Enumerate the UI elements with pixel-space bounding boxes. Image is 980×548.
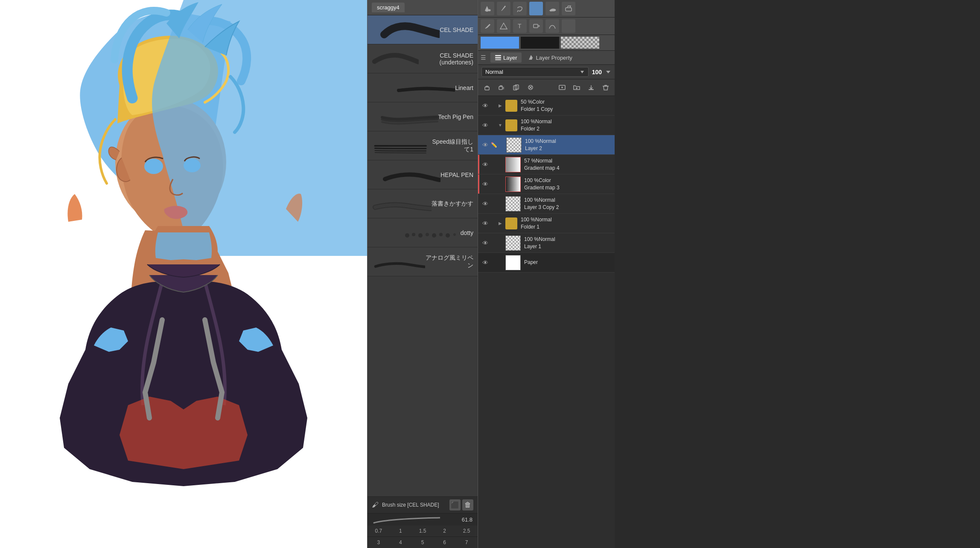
brush-item-2[interactable]: Lineart: [368, 73, 478, 102]
layer-item-gradient-3[interactable]: 👁 100 %Color Gradient map 3: [478, 174, 615, 194]
tab-layer-property[interactable]: Layer Property: [523, 52, 577, 63]
visibility-toggle-4[interactable]: 👁: [481, 180, 490, 189]
layer-property-tab-label: Layer Property: [536, 55, 572, 61]
visibility-toggle-2[interactable]: 👁: [481, 140, 490, 150]
add-layer-icon[interactable]: [556, 81, 569, 94]
layer-item-gradient-4[interactable]: 👁 57 %Normal Gradient map 4: [478, 155, 615, 174]
layer-info-5: 100 %Normal Layer 3 Copy 2: [522, 197, 612, 211]
brush-settings-btn2[interactable]: 🗑: [462, 499, 473, 510]
pen-active-2: ✏️: [490, 140, 498, 150]
svg-rect-20: [495, 57, 501, 58]
layer-thumb-2: [506, 137, 522, 153]
eraser-tool[interactable]: [562, 2, 575, 15]
svg-marker-22: [580, 71, 584, 73]
svg-point-11: [453, 233, 456, 236]
stamp-tool[interactable]: [529, 2, 543, 15]
tab-layer[interactable]: Layer: [490, 52, 522, 63]
blend-mode-value: Normal: [485, 69, 503, 75]
size-4[interactable]: 4: [390, 539, 412, 545]
brush-settings-btn1[interactable]: ⬛: [449, 499, 461, 510]
layer-info-1: 100 %Normal Folder 2: [519, 118, 612, 133]
canvas-area[interactable]: [0, 0, 367, 548]
folder-icon-1: [505, 119, 517, 131]
layer-info-6: 100 %Normal Folder 1: [519, 216, 612, 231]
layer-item-layer-1[interactable]: 👁 100 %Normal Layer 1: [478, 233, 615, 253]
layer-item-layer-2[interactable]: 👁 ✏️ 100 %Normal Layer 2: [478, 135, 615, 155]
layer-actions-row: [478, 79, 615, 96]
brush-item-3[interactable]: Tech Pig Pen: [368, 102, 478, 131]
brush-item-7[interactable]: dotty: [368, 218, 478, 247]
size-0.7[interactable]: 0.7: [368, 528, 390, 534]
visibility-toggle-3[interactable]: 👁: [481, 160, 490, 169]
lasso-tool[interactable]: [513, 2, 527, 15]
shape-tool[interactable]: [497, 19, 510, 33]
size-7[interactable]: 7: [455, 539, 478, 545]
gradient-tool[interactable]: [562, 19, 575, 33]
curve-tool[interactable]: [545, 19, 559, 33]
svg-point-12: [489, 9, 491, 12]
svg-text:T: T: [518, 23, 522, 29]
brush-item-5[interactable]: HEPAL PEN: [368, 160, 478, 189]
brush-tab[interactable]: scraggy4: [372, 3, 405, 12]
brush-size-slider-area[interactable]: 61.8: [368, 513, 478, 525]
svg-marker-16: [500, 23, 507, 29]
expand-6[interactable]: ▶: [497, 219, 504, 228]
clip-icon[interactable]: [510, 81, 522, 94]
visibility-toggle-0[interactable]: 👁: [481, 101, 490, 110]
layer-item-folder-50[interactable]: 👁 ▶ 50 %Color Folder 1 Copy: [478, 96, 615, 116]
background-color-swatch[interactable]: [521, 37, 559, 49]
opacity-arrow[interactable]: [605, 69, 611, 75]
visibility-toggle-6[interactable]: 👁: [481, 219, 490, 228]
visibility-toggle-5[interactable]: 👁: [481, 199, 490, 209]
size-2[interactable]: 2: [434, 528, 456, 534]
layer-name-5: 100 %Normal Layer 3 Copy 2: [524, 197, 612, 211]
size-5[interactable]: 5: [411, 539, 434, 545]
layer-info-8: Paper: [522, 259, 612, 266]
svg-point-3: [184, 159, 201, 172]
foreground-color-swatch[interactable]: [481, 37, 519, 49]
layer-item-layer3copy2[interactable]: 👁 100 %Normal Layer 3 Copy 2: [478, 194, 615, 214]
layer-thumb-4: [505, 177, 521, 192]
size-1[interactable]: 1: [390, 528, 412, 534]
layer-item-folder-1[interactable]: 👁 ▶ 100 %Normal Folder 1: [478, 214, 615, 233]
brush-item-6[interactable]: 落書きかすかす: [368, 189, 478, 218]
brush-panel: scraggy4 CEL SHADE CEL SHADE (undertones…: [367, 0, 478, 548]
brush-item-1[interactable]: CEL SHADE (undertones): [368, 44, 478, 73]
pen-tool[interactable]: [481, 19, 494, 33]
bucket-tool[interactable]: [481, 2, 494, 15]
text-tool[interactable]: T: [513, 19, 527, 33]
size-3[interactable]: 3: [368, 539, 390, 545]
lock-icon[interactable]: [481, 81, 493, 94]
layer-item-folder-100-2[interactable]: 👁 ▼ 100 %Normal Folder 2: [478, 116, 615, 135]
layer-name-3: 57 %Normal Gradient map 4: [524, 157, 612, 172]
visibility-toggle-8[interactable]: 👁: [481, 258, 490, 267]
smudge-tool[interactable]: [545, 2, 559, 15]
layer-tab-label: Layer: [503, 55, 517, 61]
layer-item-paper[interactable]: 👁 Paper: [478, 253, 615, 273]
layer-name-0: 50 %Color Folder 1 Copy: [521, 99, 612, 113]
expand-1[interactable]: ▼: [497, 121, 504, 130]
visibility-toggle-1[interactable]: 👁: [481, 121, 490, 130]
blend-mode-select[interactable]: Normal: [481, 67, 589, 77]
size-6[interactable]: 6: [434, 539, 456, 545]
brush-tool[interactable]: [497, 2, 510, 15]
brush-item-8[interactable]: アナログ風ミリペン: [368, 247, 478, 276]
layer-name-2: 100 %Normal Layer 2: [525, 138, 612, 152]
mask-icon[interactable]: [524, 81, 537, 94]
panel-menu-icon[interactable]: ☰: [481, 54, 486, 61]
transparent-swatch[interactable]: [561, 37, 599, 49]
add-folder-icon[interactable]: [570, 81, 583, 94]
layer-info-7: 100 %Normal Layer 1: [522, 236, 612, 250]
brush-item-4[interactable]: Speed線目指して1: [368, 131, 478, 160]
brush-item-0[interactable]: CEL SHADE: [368, 15, 478, 44]
size-1.5[interactable]: 1.5: [411, 528, 434, 534]
lock-alpha-icon[interactable]: [495, 81, 508, 94]
brush-name-1: CEL SHADE (undertones): [419, 52, 473, 66]
delete-layer-icon[interactable]: [599, 81, 612, 94]
expand-0[interactable]: ▶: [497, 101, 504, 110]
visibility-toggle-7[interactable]: 👁: [481, 238, 490, 248]
transform-tool[interactable]: [529, 19, 543, 33]
size-2.5[interactable]: 2.5: [455, 528, 478, 534]
merge-down-icon[interactable]: [585, 81, 598, 94]
svg-rect-19: [495, 55, 501, 56]
